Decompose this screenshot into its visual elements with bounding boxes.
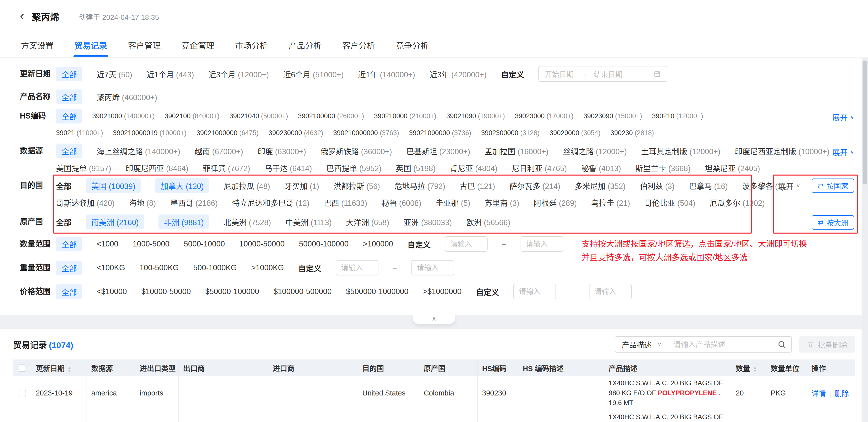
filter-option[interactable]: 北美洲 (7528): [223, 216, 271, 227]
filter-option[interactable]: 萨尔瓦多 (214): [509, 180, 560, 191]
filter-option[interactable]: 全部: [56, 237, 82, 251]
filter-option[interactable]: 中美洲 (1113): [285, 216, 332, 227]
filter-option[interactable]: 波多黎各 (1): [742, 180, 785, 191]
filter-option[interactable]: 巴西提单 (5952): [327, 162, 381, 173]
tab-竞企管理[interactable]: 竞企管理: [181, 33, 215, 57]
filter-option[interactable]: 英国 (5198): [396, 162, 435, 173]
filter-option[interactable]: 39021000000 (6475): [196, 129, 259, 137]
filter-option[interactable]: 菲律宾 (7672): [203, 162, 250, 173]
filter-option[interactable]: <$10000: [97, 287, 127, 296]
filter-option[interactable]: $50000-100000: [205, 287, 259, 296]
filter-option[interactable]: 5000-10000: [184, 239, 225, 249]
filter-option[interactable]: 乌拉圭 (21): [591, 197, 630, 208]
range-input-min[interactable]: [514, 284, 556, 299]
filter-option[interactable]: 39023000 (17000+): [515, 112, 574, 120]
filter-option[interactable]: 1000-5000: [133, 239, 169, 249]
filter-option[interactable]: 丝绸之路 (12000+): [563, 145, 627, 157]
filter-option[interactable]: 大洋洲 (658): [346, 216, 389, 227]
filter-option[interactable]: 印度 (63000+): [257, 145, 306, 157]
filter-option[interactable]: 自定义: [298, 262, 321, 273]
filter-option[interactable]: 秘鲁 (6008): [382, 197, 421, 208]
filter-option[interactable]: 39021 (11000+): [56, 129, 103, 137]
row-checkbox[interactable]: [19, 390, 26, 397]
filter-option[interactable]: 全部: [56, 143, 82, 158]
range-input-min[interactable]: [445, 236, 488, 252]
range-input-max[interactable]: [589, 284, 632, 299]
filter-option[interactable]: 39021040 (50000+): [229, 112, 288, 120]
filter-option[interactable]: 南美洲 (2160): [86, 215, 144, 229]
filter-option[interactable]: 哥伦比亚 (504): [645, 197, 695, 208]
filter-option[interactable]: <1000: [97, 239, 118, 249]
filter-option[interactable]: 巴基斯坦 (23000+): [406, 145, 470, 157]
filter-option[interactable]: 近7天 (50): [97, 68, 132, 79]
filter-option[interactable]: >$1000000: [423, 287, 462, 296]
tab-市场分析[interactable]: 市场分析: [234, 33, 269, 57]
filter-option[interactable]: 土耳其定制版 (12000+): [641, 145, 720, 157]
filter-option[interactable]: 加拿大 (120): [155, 178, 209, 193]
filter-option[interactable]: 秘鲁 (4013): [581, 162, 621, 173]
hs-code-expand-link[interactable]: 展开 ∨: [832, 111, 854, 123]
tab-方案设置[interactable]: 方案设置: [20, 33, 55, 57]
filter-option[interactable]: 自定义: [501, 68, 524, 79]
filter-option[interactable]: 墨西哥 (2186): [170, 197, 217, 208]
filter-option[interactable]: 近6个月 (51000+): [283, 68, 344, 79]
filter-option[interactable]: 海上丝绸之路 (140000+): [97, 145, 180, 157]
filter-option[interactable]: 自定义: [476, 286, 499, 297]
back-icon[interactable]: ‹: [20, 9, 24, 22]
filter-option[interactable]: 俄罗斯铁路 (36000+): [320, 145, 392, 157]
filter-option[interactable]: 390230000 (4632): [269, 129, 323, 137]
filter-option[interactable]: 39021090000 (3736): [409, 129, 471, 137]
filter-option[interactable]: >100000: [363, 239, 393, 249]
filter-option[interactable]: 孟加拉国 (16000+): [485, 145, 549, 157]
filter-option[interactable]: >1000KG: [251, 263, 284, 272]
filter-option[interactable]: 亚洲 (380033): [403, 216, 452, 227]
filter-option[interactable]: 39021000 (140000+): [92, 112, 155, 120]
search-icon[interactable]: [777, 340, 792, 349]
filter-option[interactable]: <100KG: [97, 263, 125, 272]
range-input-max[interactable]: [411, 260, 454, 275]
filter-option[interactable]: 近1个月 (443): [147, 68, 194, 79]
filter-option[interactable]: 哥斯达黎加 (420): [56, 197, 115, 208]
date-range-picker[interactable]: 开始日期→结束日期: [538, 66, 668, 82]
select-all-checkbox[interactable]: [19, 364, 26, 372]
filter-option[interactable]: 全部: [56, 109, 82, 124]
filter-option[interactable]: 3902100 (84000+): [165, 112, 219, 120]
filter-option[interactable]: 美国 (10039): [86, 178, 141, 193]
filter-option[interactable]: 近3个月 (12000+): [208, 68, 269, 79]
search-field-select[interactable]: 产品描述 ∨: [615, 337, 669, 352]
tab-贸易记录[interactable]: 贸易记录: [73, 33, 108, 57]
filter-option[interactable]: 印度尼西亚 (8464): [125, 162, 188, 173]
filter-option[interactable]: 苏里南 (3): [485, 197, 519, 208]
sort-icons[interactable]: ▲▼: [753, 366, 757, 372]
filter-option[interactable]: 近3年 (420000+): [430, 68, 487, 79]
by-continent-button[interactable]: ⇄ 按大洲: [812, 215, 854, 230]
filter-option[interactable]: 牙买加 (1): [284, 180, 319, 191]
filter-option[interactable]: 伯利兹 (3): [640, 180, 675, 191]
range-input-max[interactable]: [521, 236, 563, 252]
tab-竞争分析[interactable]: 竞争分析: [395, 33, 430, 57]
filter-option[interactable]: 厄瓜多尔 (1302): [710, 197, 765, 208]
filter-option[interactable]: 39029000 (3054): [550, 129, 601, 137]
filter-option[interactable]: 390210000000 (3763): [333, 129, 399, 137]
filter-option[interactable]: 尼加拉瓜 (48): [223, 180, 270, 191]
filter-option[interactable]: 全部: [56, 216, 71, 227]
filter-option[interactable]: 3902300000 (3128): [481, 129, 540, 137]
dest-country-expand-link[interactable]: 展开 ∨: [778, 180, 800, 191]
collapse-filters-button[interactable]: ∧: [413, 314, 455, 324]
filter-option[interactable]: 聚丙烯 (460000+): [97, 91, 157, 102]
filter-option[interactable]: 全部: [56, 180, 71, 191]
filter-option[interactable]: 全部: [56, 67, 82, 81]
filter-option[interactable]: 洪都拉斯 (56): [334, 180, 380, 191]
filter-option[interactable]: 全部: [56, 261, 82, 275]
filter-option[interactable]: 古巴 (121): [460, 180, 495, 191]
filter-option[interactable]: 圭亚那 (5): [436, 197, 470, 208]
filter-option[interactable]: 3902100000 (26000+): [298, 112, 364, 120]
col-header-qty[interactable]: 数量▲▼: [731, 360, 766, 376]
filter-option[interactable]: $100000-500000: [274, 287, 332, 296]
data-source-expand-link[interactable]: 展开 ∨: [832, 146, 854, 157]
sort-icons[interactable]: ▲▼: [67, 366, 71, 372]
filter-option[interactable]: 多米尼加 (352): [575, 180, 625, 191]
filter-option[interactable]: 非洲 (9881): [158, 215, 209, 229]
filter-option[interactable]: 全部: [56, 90, 82, 104]
tab-产品分析[interactable]: 产品分析: [288, 33, 322, 57]
